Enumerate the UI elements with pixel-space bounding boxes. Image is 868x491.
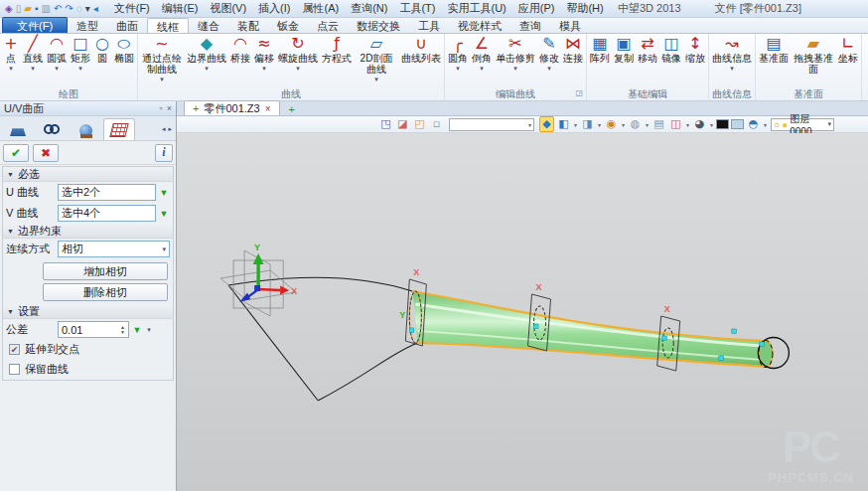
ribbon-button-line[interactable]: ╱直线▾ (21, 35, 45, 72)
ribbon-button-equation-curve[interactable]: ƒ方程式 (320, 35, 354, 64)
quick-input-combobox[interactable]: ▾ (449, 118, 534, 131)
unfold-face-icon[interactable]: ◰ (412, 117, 427, 131)
standard-view-icon[interactable]: ◧ (556, 117, 571, 131)
tab-point-cloud[interactable]: 点云 (308, 18, 348, 33)
background-color-swatch[interactable] (731, 119, 744, 129)
chevron-down-icon[interactable]: ▾ (160, 76, 164, 82)
add-tangent-button[interactable]: 增加相切 (43, 262, 168, 280)
chevron-down-icon[interactable]: ▾ (646, 121, 649, 128)
shadow-sphere-icon[interactable]: ◕ (692, 117, 707, 131)
open-file-icon[interactable]: ▰ (24, 3, 32, 15)
dialog-launcher-icon[interactable]: ◲ (575, 89, 583, 97)
ribbon-button-point[interactable]: +点▾ (1, 35, 21, 72)
tab-shape[interactable]: 造型 (68, 18, 107, 33)
redo-icon[interactable]: ↷ (65, 3, 72, 15)
tab-mold[interactable]: 模具 (550, 18, 590, 33)
chevron-down-icon[interactable]: ▾ (145, 326, 153, 334)
chevron-down-icon[interactable]: ▾ (9, 65, 13, 72)
display-mode-icon[interactable]: ◨ (580, 117, 595, 131)
section-boundary[interactable]: ▼ 边界约束 (3, 224, 173, 239)
menu-view[interactable]: 视图(V) (204, 1, 252, 16)
v-curves-input[interactable]: 选中4个 (58, 205, 156, 222)
shaded-sphere-icon[interactable]: ◓ (746, 117, 761, 131)
chevron-down-icon[interactable]: ▾ (513, 65, 517, 72)
chevron-down-icon[interactable]: ▾ (374, 76, 378, 82)
qa-dropdown-icon[interactable]: ▾ (85, 3, 90, 15)
chevron-down-icon[interactable]: ▾ (31, 65, 35, 72)
tab-sheet-metal[interactable]: 钣金 (268, 18, 308, 33)
panel-tab-uv-surface[interactable] (103, 118, 135, 140)
extend-to-intersection-checkbox[interactable]: ✔ (9, 344, 20, 355)
panel-tab-render-sphere[interactable] (70, 118, 101, 140)
chevron-down-icon[interactable]: ▾ (205, 65, 209, 72)
chevron-down-icon[interactable]: ▾ (547, 65, 551, 72)
undo-icon[interactable]: ↶ (54, 3, 62, 15)
align-view-icon[interactable]: ◆ (539, 116, 554, 132)
section-view-icon[interactable]: ◫ (668, 117, 683, 131)
menu-utilities[interactable]: 实用工具(U) (442, 1, 512, 16)
ribbon-button-mirror[interactable]: ◫镜像 (659, 35, 683, 64)
chevron-down-icon[interactable]: ▾ (456, 65, 460, 72)
u-pick-arrow-icon[interactable]: ▼ (158, 188, 170, 198)
ribbon-button-curve-through-points[interactable]: ~通过点绘制曲线▾ (139, 35, 185, 82)
remove-tangent-button[interactable]: 删除相切 (43, 283, 168, 301)
tab-data-exchange[interactable]: 数据交换 (348, 18, 409, 33)
menu-edit[interactable]: 编辑(E) (156, 1, 205, 16)
ribbon-button-pattern[interactable]: ▦阵列 (588, 35, 612, 64)
ribbon-button-csys[interactable]: ∟坐标 (836, 35, 860, 64)
tab-heal[interactable]: 缝合 (189, 18, 228, 33)
u-curves-input[interactable]: 选中2个 (58, 184, 156, 201)
app-logo-icon[interactable]: ◈ (5, 3, 13, 15)
chevron-down-icon[interactable]: ▾ (686, 121, 689, 128)
info-button[interactable]: i (155, 144, 173, 162)
selection-filter-icon[interactable]: ◳ (378, 117, 393, 131)
panel-tab-next-icon[interactable]: ▸ (168, 125, 172, 133)
regen-part-icon[interactable]: ▫ (429, 117, 444, 131)
appearance-wheel-icon[interactable]: ◉ (604, 117, 619, 131)
chevron-down-icon[interactable]: ▾ (480, 65, 484, 72)
panel-close-icon[interactable]: × (167, 104, 172, 113)
ribbon-button-spiral-curve[interactable]: ↻螺旋曲线▾ (276, 35, 320, 72)
chevron-down-icon[interactable]: ▾ (622, 121, 625, 128)
tolerance-pick-arrow-icon[interactable]: ▼ (131, 325, 143, 335)
entity-color-swatch[interactable] (716, 119, 729, 129)
menu-applications[interactable]: 应用(P) (512, 1, 561, 16)
refresh-view-icon[interactable]: ◌ (76, 3, 82, 15)
qa-collapse-icon[interactable]: ◂ (93, 3, 98, 15)
ribbon-button-curve-list[interactable]: ∪曲线列表 (399, 35, 443, 64)
v-pick-arrow-icon[interactable]: ▼ (158, 209, 170, 219)
chevron-down-icon[interactable]: ▾ (55, 65, 59, 72)
continuity-select[interactable]: 相切 ▾ (58, 241, 170, 257)
print-icon[interactable]: ▥ (41, 3, 50, 15)
new-file-icon[interactable]: ▯ (16, 3, 22, 15)
ribbon-button-fillet[interactable]: ╭圆角▾ (446, 35, 470, 72)
ribbon-button-modify[interactable]: ✎修改▾ (537, 35, 561, 72)
save-icon[interactable]: ▪ (35, 3, 39, 15)
file-menu-button[interactable]: 文件(F) (2, 17, 68, 33)
ribbon-button-bridge-curve[interactable]: ◠桥接 (228, 35, 252, 64)
menu-tools[interactable]: 工具(T) (393, 1, 441, 16)
new-tab-button[interactable]: + (280, 103, 304, 115)
ok-button[interactable]: ✔ (3, 144, 29, 162)
chevron-down-icon[interactable]: ▾ (574, 121, 577, 128)
chevron-down-icon[interactable]: ▾ (78, 65, 82, 72)
eraser-icon[interactable]: ◪ (395, 117, 410, 131)
layer-combobox[interactable]: ○●图层0000▾ (771, 118, 834, 131)
ring-display-icon[interactable]: ◍ (628, 117, 643, 131)
chevron-down-icon[interactable]: ▾ (730, 65, 734, 72)
ribbon-button-move[interactable]: ⇄移动 (636, 35, 659, 64)
panel-float-icon[interactable]: ▫ (160, 104, 163, 113)
ribbon-button-boundary-curve[interactable]: ◆边界曲线▾ (185, 35, 228, 72)
document-tab[interactable]: + 零件001.Z3 × (184, 100, 280, 115)
keep-curves-checkbox[interactable] (9, 364, 20, 375)
ribbon-button-copy[interactable]: ▣复制 (612, 35, 636, 64)
ribbon-button-scale[interactable]: ↕缩放 (683, 35, 707, 64)
menu-attributes[interactable]: 属性(A) (297, 1, 346, 16)
cancel-button[interactable]: ✖ (33, 144, 59, 162)
ribbon-button-curve-info[interactable]: ↝曲线信息▾ (710, 35, 754, 72)
3d-viewport[interactable]: X Y X Y X X PC PHPCMS.CN (177, 133, 868, 491)
ribbon-button-drag-datum-plane[interactable]: ▰拖拽基准面 (791, 35, 836, 75)
ribbon-button-arc[interactable]: ◠圆弧▾ (45, 35, 69, 72)
tab-visual-style[interactable]: 视觉样式 (449, 18, 510, 33)
section-required[interactable]: ▼ 必选 (3, 167, 173, 182)
